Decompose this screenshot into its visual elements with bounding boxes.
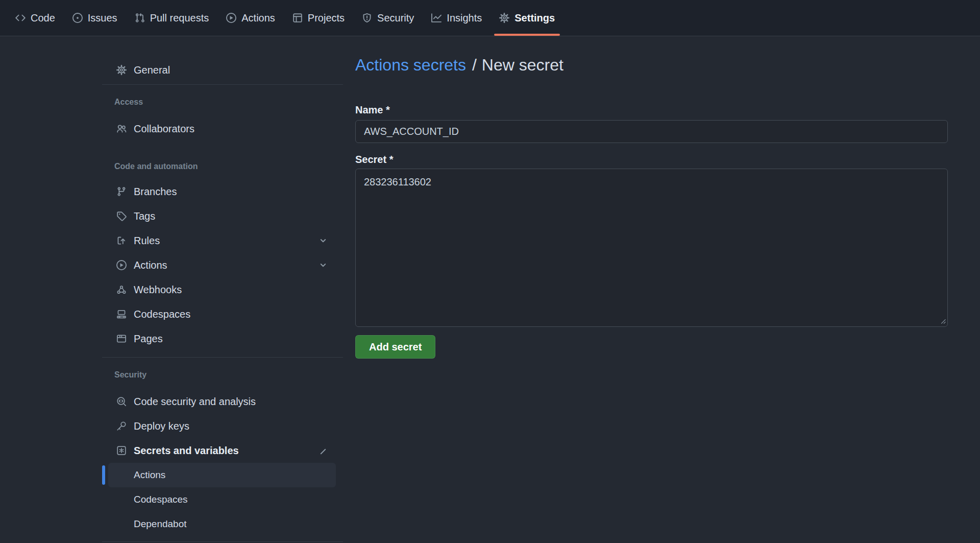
sidebar-item-label: Tags [134, 210, 155, 222]
sidebar-item-label: Deploy keys [134, 420, 189, 432]
play-circle-icon [226, 13, 236, 23]
sidebar-subitem-dependabot[interactable]: Dependabot [108, 512, 336, 536]
secret-value-textarea[interactable]: 283236113602 [355, 169, 948, 327]
breadcrumb-actions-secrets-link[interactable]: Actions secrets [355, 56, 466, 74]
sidebar-item-secrets-and-variables[interactable]: Secrets and variables [102, 438, 343, 463]
chevron-up-icon [318, 446, 328, 455]
git-pull-request-icon [135, 13, 145, 23]
sidebar-item-pages[interactable]: Pages [102, 326, 343, 351]
play-circle-icon [116, 260, 127, 270]
settings-sidebar: General Access Collaborators Code and au… [102, 36, 343, 542]
sidebar-item-label: Collaborators [134, 123, 194, 135]
sidebar-subitem-label: Codespaces [134, 494, 188, 505]
sidebar-item-code-security-and-analysis[interactable]: Code security and analysis [102, 389, 343, 414]
sidebar-item-rules[interactable]: Rules [102, 228, 343, 253]
chevron-down-icon [318, 261, 328, 270]
sidebar-item-tags[interactable]: Tags [102, 204, 343, 228]
sidebar-item-general[interactable]: General [102, 58, 343, 82]
sidebar-item-actions[interactable]: Actions [102, 253, 343, 277]
nav-tab-insights[interactable]: Insights [423, 0, 491, 36]
webhook-icon [116, 285, 127, 295]
sidebar-item-codespaces[interactable]: Codespaces [102, 302, 343, 326]
sidebar-item-deploy-keys[interactable]: Deploy keys [102, 414, 343, 438]
nav-tab-label: Security [377, 12, 414, 24]
secret-name-input[interactable] [355, 120, 948, 143]
new-secret-panel: Actions secrets/New secret Name * Secret… [355, 36, 948, 359]
sidebar-item-label: Codespaces [134, 309, 190, 320]
nav-tab-label: Insights [447, 12, 482, 24]
sidebar-item-label: Secrets and variables [134, 445, 239, 457]
rule-icon [116, 235, 127, 246]
git-branch-icon [116, 186, 127, 197]
nav-tab-issues[interactable]: Issues [64, 0, 126, 36]
people-icon [116, 124, 127, 134]
nav-tab-actions[interactable]: Actions [217, 0, 284, 36]
tag-icon [116, 211, 127, 221]
sidebar-subitem-actions[interactable]: Actions [108, 463, 336, 487]
sidebar-divider [102, 541, 343, 542]
resize-handle-icon[interactable] [939, 317, 946, 324]
name-field-label: Name * [355, 104, 948, 116]
repo-nav: Code Issues Pull requests Actions Projec… [0, 0, 980, 36]
nav-tab-label: Projects [308, 12, 345, 24]
codespaces-icon [116, 309, 127, 319]
add-secret-button[interactable]: Add secret [355, 335, 435, 359]
issue-opened-icon [72, 13, 83, 23]
sidebar-item-label: Code security and analysis [134, 396, 256, 408]
gear-icon [499, 13, 509, 23]
sidebar-subitem-codespaces[interactable]: Codespaces [108, 487, 336, 512]
sidebar-divider [102, 357, 343, 358]
sidebar-item-label: Rules [134, 235, 160, 247]
nav-tab-projects[interactable]: Projects [284, 0, 353, 36]
browser-icon [116, 334, 127, 344]
chevron-down-icon [318, 236, 328, 245]
sidebar-item-label: Actions [134, 259, 167, 271]
breadcrumb-separator: / [472, 56, 477, 74]
nav-tab-code[interactable]: Code [7, 0, 64, 36]
sidebar-divider [102, 84, 343, 85]
nav-tab-label: Issues [88, 12, 117, 24]
secret-value-wrap: 283236113602 [355, 169, 948, 327]
nav-tab-settings[interactable]: Settings [491, 0, 564, 36]
sidebar-item-webhooks[interactable]: Webhooks [102, 277, 343, 302]
gear-icon [116, 65, 127, 75]
sidebar-section-title-code-and-automation: Code and automation [102, 161, 343, 172]
nav-tab-label: Code [31, 12, 55, 24]
nav-tab-security[interactable]: Security [353, 0, 423, 36]
secret-field-label: Secret * [355, 153, 948, 166]
page-title: Actions secrets/New secret [355, 54, 948, 76]
graph-icon [431, 13, 442, 23]
sidebar-section-title-access: Access [102, 97, 343, 107]
sidebar-item-label: Branches [134, 186, 177, 198]
nav-tab-label: Settings [514, 12, 555, 24]
sidebar-item-collaborators[interactable]: Collaborators [102, 116, 343, 141]
sidebar-subitem-label: Actions [134, 469, 165, 481]
asterisk-box-icon [116, 445, 127, 456]
code-icon [15, 13, 26, 23]
active-indicator-bar [102, 465, 105, 485]
breadcrumb-current: New secret [482, 56, 564, 74]
key-icon [116, 421, 127, 431]
codescan-icon [116, 396, 127, 407]
sidebar-item-label: General [134, 64, 170, 76]
sidebar-item-label: Pages [134, 333, 163, 345]
nav-tab-label: Pull requests [150, 12, 209, 24]
table-icon [292, 13, 303, 23]
sidebar-subitem-label: Dependabot [134, 518, 187, 530]
sidebar-item-label: Webhooks [134, 284, 182, 296]
sidebar-section-title-security: Security [102, 370, 343, 380]
nav-tab-label: Actions [241, 12, 275, 24]
sidebar-item-branches[interactable]: Branches [102, 179, 343, 204]
nav-tab-pull-requests[interactable]: Pull requests [126, 0, 218, 36]
shield-icon [362, 13, 372, 23]
